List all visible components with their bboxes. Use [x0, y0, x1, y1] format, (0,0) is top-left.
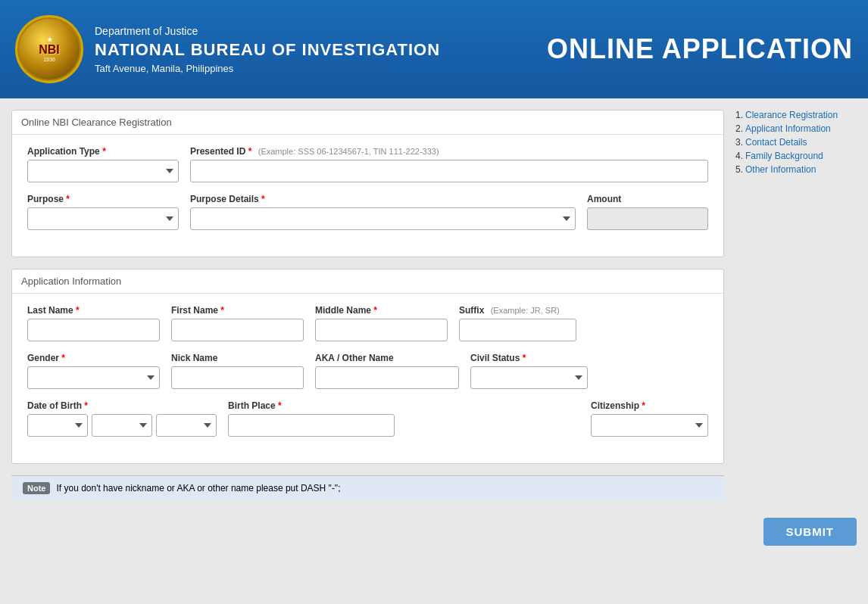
first-name-group: First Name * — [171, 305, 304, 341]
suffix-group: Suffix (Example: JR, SR) — [459, 305, 576, 341]
citizenship-group: Citizenship * — [591, 400, 708, 437]
first-name-label: First Name * — [171, 305, 304, 316]
aka-label: AKA / Other Name — [315, 353, 459, 363]
content-area: Online NBI Clearance Registration Applic… — [11, 110, 724, 500]
dob-day-select[interactable] — [92, 414, 152, 437]
amount-group: Amount — [587, 194, 708, 230]
header-logo-area: ★ NBI 1936 Department of Justice NATIONA… — [15, 15, 440, 83]
presented-id-input[interactable] — [190, 160, 708, 182]
page-title: ONLINE APPLICATION — [547, 33, 853, 65]
form-row-2: Purpose * Purpose Details * — [27, 194, 708, 230]
citizenship-select[interactable] — [591, 414, 708, 437]
purpose-details-select[interactable] — [190, 207, 576, 230]
main-container: Online NBI Clearance Registration Applic… — [0, 98, 868, 512]
civil-status-label: Civil Status * — [470, 353, 588, 363]
amount-input — [587, 207, 708, 230]
bottom-bar: SUBMIT — [0, 512, 868, 552]
aka-group: AKA / Other Name — [315, 353, 459, 389]
last-name-label: Last Name * — [27, 305, 160, 316]
nickname-label: Nick Name — [171, 353, 304, 363]
dept-label: Department of Justice — [95, 25, 440, 37]
app-type-label: Application Type * — [27, 146, 179, 157]
dob-label: Date of Birth * — [27, 400, 217, 411]
purpose-details-group: Purpose Details * — [190, 194, 576, 230]
sidebar-item-family[interactable]: 4.Family Background — [735, 151, 857, 161]
applicant-section: Application Information Last Name * Firs… — [11, 269, 724, 464]
middle-name-label: Middle Name * — [315, 305, 448, 316]
nbi-logo: ★ NBI 1936 — [15, 15, 83, 83]
clearance-form-body: Application Type * Presented ID * (Examp… — [12, 135, 723, 257]
submit-button[interactable]: SUBMIT — [763, 518, 857, 546]
app-type-select[interactable] — [27, 160, 179, 182]
nickname-group: Nick Name — [171, 353, 304, 389]
purpose-group: Purpose * — [27, 194, 179, 230]
sidebar-item-applicant[interactable]: 2.Applicant Information — [735, 123, 857, 134]
citizenship-label: Citizenship * — [591, 400, 708, 411]
birth-place-group: Birth Place * — [228, 400, 579, 437]
civil-status-select[interactable] — [470, 366, 588, 389]
note-badge: Note — [23, 482, 50, 494]
sidebar-nav: 1.Clearance Registration 2.Applicant Inf… — [735, 110, 857, 175]
sidebar: 1.Clearance Registration 2.Applicant Inf… — [735, 110, 857, 178]
page-header: ★ NBI 1936 Department of Justice NATIONA… — [0, 0, 868, 98]
bureau-label: NATIONAL BUREAU OF INVESTIGATION — [95, 40, 440, 60]
sidebar-item-other[interactable]: 5.Other Information — [735, 164, 857, 175]
gender-select[interactable] — [27, 366, 160, 389]
logo-text: NBI — [39, 43, 60, 57]
header-org-info: Department of Justice NATIONAL BUREAU OF… — [95, 25, 440, 74]
purpose-details-label: Purpose Details * — [190, 194, 576, 204]
gender-label: Gender * — [27, 353, 160, 363]
presented-id-group: Presented ID * (Example: SSS 06-1234567-… — [190, 146, 708, 182]
clearance-section: Online NBI Clearance Registration Applic… — [11, 110, 724, 257]
applicant-section-title: Application Information — [12, 269, 723, 294]
birth-place-label: Birth Place * — [228, 400, 579, 411]
last-name-group: Last Name * — [27, 305, 160, 341]
note-bar: Note If you don't have nickname or AKA o… — [11, 475, 724, 500]
last-name-input[interactable] — [27, 319, 160, 341]
dob-row: Date of Birth * — [27, 400, 708, 437]
nickname-input[interactable] — [171, 366, 304, 389]
suffix-input[interactable] — [459, 319, 576, 341]
purpose-select[interactable] — [27, 207, 179, 230]
middle-name-group: Middle Name * — [315, 305, 448, 341]
purpose-label: Purpose * — [27, 194, 179, 204]
middle-name-input[interactable] — [315, 319, 448, 341]
amount-label: Amount — [587, 194, 708, 204]
first-name-input[interactable] — [171, 319, 304, 341]
note-text: If you don't have nickname or AKA or oth… — [56, 483, 340, 493]
applicant-form-body: Last Name * First Name * Middle Name * — [12, 294, 723, 463]
app-type-group: Application Type * — [27, 146, 179, 182]
dob-selects — [27, 414, 217, 437]
form-row-1: Application Type * Presented ID * (Examp… — [27, 146, 708, 182]
birth-place-input[interactable] — [228, 414, 395, 437]
suffix-label: Suffix (Example: JR, SR) — [459, 305, 576, 316]
dob-month-select[interactable] — [27, 414, 88, 437]
clearance-section-title: Online NBI Clearance Registration — [12, 111, 723, 135]
name-row: Last Name * First Name * Middle Name * — [27, 305, 708, 341]
dob-group: Date of Birth * — [27, 400, 217, 437]
gender-row: Gender * Nick Name AKA / Other Name — [27, 353, 708, 389]
presented-id-label: Presented ID * (Example: SSS 06-1234567-… — [190, 146, 708, 157]
gender-group: Gender * — [27, 353, 160, 389]
aka-input[interactable] — [315, 366, 459, 389]
logo-inner: ★ NBI 1936 — [19, 19, 80, 79]
sidebar-item-clearance[interactable]: 1.Clearance Registration — [735, 110, 857, 120]
address-label: Taft Avenue, Manila, Philippines — [95, 63, 440, 74]
civil-status-group: Civil Status * — [470, 353, 588, 389]
presented-id-hint: (Example: SSS 06-1234567-1, TIN 111-222-… — [258, 147, 439, 156]
sidebar-item-contact[interactable]: 3.Contact Details — [735, 137, 857, 148]
dob-year-select[interactable] — [156, 414, 217, 437]
